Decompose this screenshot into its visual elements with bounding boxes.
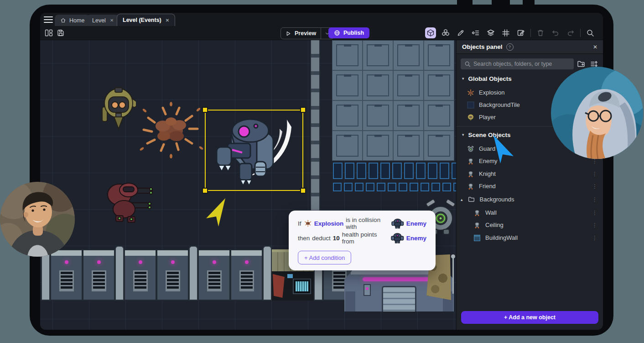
blue-slot-small — [388, 183, 396, 191]
robot-icon — [467, 182, 474, 190]
event-action-value[interactable]: 10 — [333, 235, 340, 242]
metal-tile — [363, 131, 393, 160]
selection-handle[interactable] — [202, 188, 208, 194]
preview-label: Preview — [295, 30, 316, 37]
tab-level-events[interactable]: Level (Events) ✕ — [117, 14, 175, 26]
tab-home[interactable]: Home — [55, 15, 90, 26]
turret-robot-sprite[interactable] — [104, 179, 155, 224]
selection-handle[interactable] — [300, 107, 306, 113]
blue-slot — [333, 163, 343, 179]
cube-group-icon[interactable] — [440, 27, 451, 38]
object-label: Knight — [479, 170, 496, 177]
search-input[interactable] — [461, 58, 574, 69]
panel-light — [139, 260, 142, 264]
event-object-link[interactable]: Explosion — [314, 220, 344, 227]
olive-robot-sprite[interactable] — [101, 87, 136, 131]
close-icon[interactable]: ✕ — [166, 18, 169, 23]
blue-slot-small — [344, 183, 353, 191]
close-icon[interactable]: ✕ — [593, 44, 597, 50]
row-menu-icon[interactable]: ⋮ — [592, 222, 597, 228]
object-row-backgrounds-folder[interactable]: ▴ Backgrounds ⋮ — [457, 193, 603, 206]
add-new-object-button[interactable]: + Add a new object — [461, 311, 598, 324]
event-card[interactable]: If Explosion is in collision with Enemy … — [289, 211, 436, 270]
row-menu-icon[interactable]: ⋮ — [592, 210, 597, 216]
blue-slot-small — [377, 183, 385, 191]
undo-icon[interactable] — [550, 27, 561, 38]
object-label: Wall — [485, 209, 497, 216]
search-row — [457, 58, 603, 69]
object-row-enemy[interactable]: Enemy ⋮ — [457, 155, 603, 167]
selection-box[interactable] — [205, 110, 303, 191]
cube-icon[interactable] — [425, 27, 436, 38]
trash-icon[interactable] — [535, 27, 546, 38]
dark-tile-icon — [467, 101, 474, 109]
scene-edit-icon[interactable] — [515, 27, 526, 38]
chevron-down-icon: ▾ — [462, 132, 464, 137]
avatar-man — [0, 182, 75, 257]
blue-slot-small — [355, 183, 364, 191]
tab-label: Home — [69, 17, 84, 24]
tile-grid — [332, 40, 454, 161]
add-condition-button[interactable]: + Add condition — [298, 251, 351, 264]
preview-button[interactable]: Preview — [281, 30, 321, 37]
blue-slot-small — [431, 183, 440, 191]
layers-icon[interactable] — [485, 27, 496, 38]
save-icon[interactable] — [57, 29, 65, 37]
menu-icon[interactable] — [44, 16, 53, 23]
object-row-buildingwall[interactable]: BuildingWall ⋮ — [457, 232, 603, 244]
close-icon[interactable]: ✕ — [110, 18, 114, 23]
row-menu-icon[interactable]: ⋮ — [592, 196, 597, 203]
toolbar: Preview Publish — [40, 26, 603, 40]
metal-tile — [424, 41, 454, 70]
add-object-label: + Add a new object — [504, 314, 556, 321]
panel-vent — [59, 270, 74, 291]
blue-tile-icon — [473, 234, 481, 242]
wall-panel — [156, 249, 189, 301]
app-window: Home Level ✕ Level (Events) ✕ Pre — [40, 13, 603, 330]
robot-icon — [467, 157, 474, 165]
explosion-sprite[interactable] — [135, 100, 208, 161]
redo-icon[interactable] — [565, 27, 576, 38]
object-row-wall[interactable]: Wall ⋮ — [457, 206, 603, 219]
object-row-ceiling[interactable]: Ceiling ⋮ — [457, 219, 603, 231]
publish-button[interactable]: Publish — [328, 27, 369, 38]
selection-handle[interactable] — [202, 107, 208, 113]
layout-panes-icon[interactable] — [45, 29, 53, 37]
guard-icon — [467, 145, 474, 153]
metal-tile — [424, 101, 454, 130]
grid-icon[interactable] — [500, 27, 511, 38]
row-menu-icon[interactable]: ⋮ — [592, 171, 597, 177]
metal-tile — [332, 71, 362, 100]
object-row-knight[interactable]: Knight ⋮ — [457, 168, 603, 180]
blue-slot — [440, 163, 449, 179]
row-menu-icon[interactable]: ⋮ — [592, 235, 597, 241]
event-object-link[interactable]: Enemy — [406, 235, 426, 242]
tab-level[interactable]: Level ✕ — [87, 15, 119, 26]
metal-tile — [394, 101, 423, 130]
object-row-friend[interactable]: Friend ⋮ — [457, 180, 603, 192]
row-menu-icon[interactable]: ⋮ — [592, 183, 597, 190]
metal-tile — [332, 41, 362, 70]
help-icon[interactable]: ? — [506, 43, 514, 51]
event-object-link[interactable]: Enemy — [406, 220, 426, 227]
object-label: BackgroundTile — [479, 101, 520, 108]
scene-canvas[interactable] — [40, 40, 456, 330]
selection-handle[interactable] — [300, 188, 306, 194]
search-icon[interactable] — [585, 27, 596, 38]
wall-panel — [50, 249, 83, 301]
metal-tile — [394, 131, 423, 160]
pencil-icon[interactable] — [455, 27, 466, 38]
blue-slot — [345, 163, 354, 179]
panel-light — [213, 260, 216, 264]
panel-vent — [133, 270, 148, 291]
event-sheet-icon[interactable] — [470, 27, 481, 38]
blue-slot — [392, 163, 402, 179]
globe-icon — [334, 30, 340, 36]
mech-robot-sprite — [211, 113, 298, 189]
panel-vent — [239, 270, 254, 291]
blue-slot — [452, 163, 456, 179]
objects-panel-header: Objects panel ? ✕ — [457, 40, 603, 54]
avatar-woman — [551, 67, 643, 159]
blue-slot — [428, 163, 437, 179]
object-label: Explosion — [479, 89, 504, 96]
